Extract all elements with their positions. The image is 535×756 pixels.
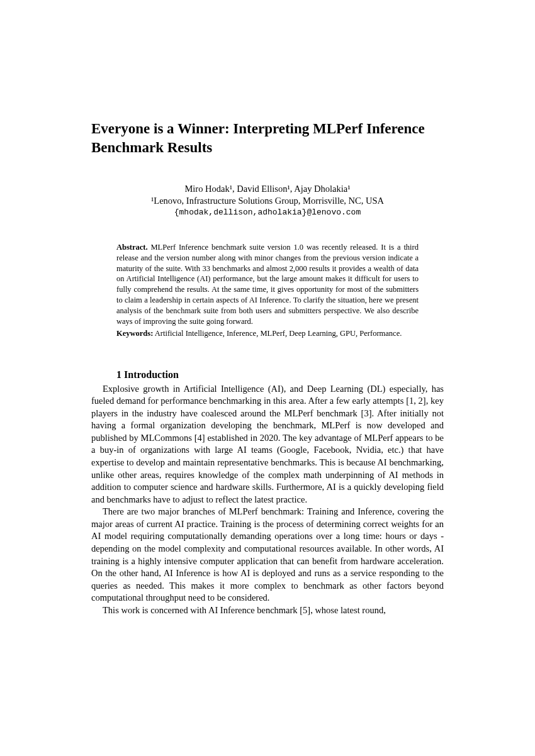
paragraph-3: This work is concerned with AI Inference… [91,604,444,617]
body-text: Explosive growth in Artificial Intellige… [91,383,444,617]
emails-line: {mhodak,dellison,adholakia}@lenovo.com [91,208,444,217]
paragraph-1: Explosive growth in Artificial Intellige… [91,383,444,506]
abstract-block: Abstract. MLPerf Inference benchmark sui… [116,242,419,339]
abstract-label: Abstract. [116,243,148,252]
abstract-text: MLPerf Inference benchmark suite version… [116,243,419,326]
authors-line: Miro Hodak¹, David Ellison¹, Ajay Dholak… [91,184,444,194]
paragraph-2: There are two major branches of MLPerf b… [91,506,444,604]
affiliation-line: ¹Lenovo, Infrastructure Solutions Group,… [91,196,444,206]
paper-title: Everyone is a Winner: Interpreting MLPer… [91,120,444,157]
keywords-text: Artificial Intelligence, Inference, MLPe… [153,329,402,338]
keywords-label: Keywords: [116,329,153,338]
section-heading-introduction: 1 Introduction [116,369,444,381]
paper-page: Everyone is a Winner: Interpreting MLPer… [0,0,535,654]
